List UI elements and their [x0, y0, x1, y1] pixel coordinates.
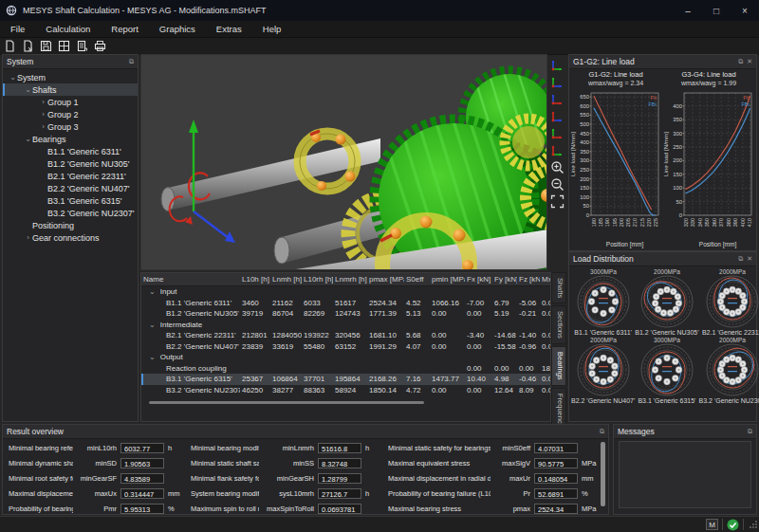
menu-calculation[interactable]: Calculation [35, 22, 101, 36]
maximize-button[interactable]: □ [702, 0, 731, 21]
menu-file[interactable]: File [0, 22, 35, 36]
tree-item-b1-2-generic-nu305[interactable]: B1.2 'Generic NU305' [3, 157, 138, 170]
cell-value: 12.64 [492, 386, 517, 394]
horizontal-scrollbar[interactable] [149, 401, 424, 404]
result-value-field[interactable]: 1.90563 [120, 458, 164, 468]
result-maxspintoroll: Maximum spin to roll ratiomaxSpinToRoll0… [191, 501, 384, 516]
table-row-b1-1-generic-6311[interactable]: B1.1 'Generic 6311'346021162603351617252… [141, 298, 550, 309]
column-header-l10h-h[interactable]: L10h [h] [240, 273, 270, 285]
result-value-field[interactable]: 8.32748 [318, 458, 361, 468]
tree-item-positioning[interactable]: Positioning [3, 219, 138, 231]
result-value-field[interactable]: 0.0693781 [318, 504, 361, 514]
cell-value: 1771.39 [367, 309, 404, 318]
close-panel-icon[interactable]: ✕ [747, 58, 752, 65]
table-row-reaction-coupling[interactable]: Reaction coupling0.000.000.001892.8 [141, 363, 550, 375]
3d-viewport[interactable] [140, 54, 547, 270]
result-value-field[interactable]: 52.6891 [534, 488, 578, 499]
tree-item-gear-connections[interactable]: ›Gear connections [3, 231, 138, 244]
view-xz-button[interactable] [550, 109, 565, 123]
table-group-row-output[interactable]: ⌄Output [141, 352, 550, 363]
view-xy-button[interactable] [550, 126, 565, 140]
menu-help[interactable]: Help [252, 22, 292, 36]
result-value-field[interactable]: 0.314447 [120, 488, 164, 499]
result-value-field[interactable]: 5.95313 [120, 504, 164, 514]
table-group-row-intermediate[interactable]: ⌄Intermediate [141, 320, 550, 331]
result-value-field[interactable]: 0.148054 [534, 473, 578, 484]
tree-item-group-2[interactable]: ›Group 2 [3, 108, 138, 120]
tree-item-bearings[interactable]: ⌄Bearings [3, 133, 138, 145]
close-button[interactable]: × [731, 0, 759, 21]
table-row-b1-2-generic-nu305[interactable]: B1.2 'Generic NU305'39719867048226912474… [141, 308, 550, 320]
3d-shaft-rendering [141, 55, 547, 270]
minimize-button[interactable]: – [674, 0, 702, 21]
cell-value: 1850.14 [367, 386, 404, 394]
messages-toggle-button[interactable]: M [706, 519, 718, 530]
tree-item-b2-1-generic-22311[interactable]: B2.1 'Generic 22311' [3, 170, 138, 182]
tree-item-b2-2-generic-nu407[interactable]: B2.2 'Generic NU407' [3, 182, 138, 194]
zoom-fit-button[interactable] [550, 194, 565, 209]
view-zy-button[interactable] [550, 75, 565, 89]
menu-report[interactable]: Report [101, 22, 149, 36]
resize-grip[interactable] [750, 521, 757, 528]
side-tab-bearings[interactable]: Bearings [551, 346, 566, 386]
open-file-button[interactable] [21, 39, 35, 53]
result-value-field[interactable]: 51616.8 [318, 443, 361, 453]
result-value-field[interactable]: 2524.34 [534, 504, 578, 514]
float-panel-icon[interactable]: ⧉ [129, 58, 134, 65]
zoom-out-button[interactable] [550, 177, 565, 192]
column-header-pmax-mpa[interactable]: pmax [MPa] [367, 273, 404, 285]
vertical-scrollbar[interactable] [601, 442, 605, 506]
column-header-fy-kn[interactable]: Fy [kN] [492, 273, 517, 285]
result-value-field[interactable]: 27126.7 [318, 488, 361, 499]
column-header-mx-n[interactable]: Mx [N [540, 273, 551, 285]
result-value-field[interactable]: 1.28799 [318, 473, 361, 484]
result-value-field[interactable]: 4.83589 [120, 473, 164, 484]
column-header-s0eff[interactable]: S0eff [404, 273, 430, 285]
tree-item-group-1[interactable]: ›Group 1 [3, 96, 138, 108]
table-group-row-input[interactable]: ⌄Input [141, 286, 550, 298]
result-unit: mm [164, 489, 187, 498]
print-button[interactable] [93, 39, 107, 53]
report-button[interactable] [75, 39, 89, 53]
result-value-field[interactable]: 4.07031 [534, 443, 578, 453]
tree-item-b3-1-generic-6315[interactable]: B3.1 'Generic 6315' [3, 194, 138, 207]
tree-item-group-3[interactable]: ›Group 3 [3, 120, 138, 133]
result-symbol: minGearSH [259, 474, 318, 483]
save-file-button[interactable] [39, 39, 53, 53]
side-tab-sections[interactable]: Sections [551, 305, 566, 344]
column-header-lnmh-h[interactable]: Lnmh [h] [270, 273, 302, 285]
view-zx-button[interactable] [550, 92, 565, 106]
column-header-lnmrh-h[interactable]: Lnmrh [h] [333, 273, 367, 285]
column-header-fx-kn[interactable]: Fx [kN] [465, 273, 492, 285]
column-header-fz-kn[interactable]: Fz [kN] [517, 273, 540, 285]
float-panel-icon[interactable]: ⧉ [600, 428, 604, 435]
table-row-b2-2-generic-nu407[interactable]: B2.2 'Generic NU407'23839336195548063152… [141, 341, 550, 353]
result-value-field[interactable]: 90.5775 [534, 458, 578, 468]
view-yz-button[interactable] [550, 58, 565, 72]
float-panel-icon[interactable]: ⧉ [738, 255, 743, 263]
menu-graphics[interactable]: Graphics [149, 22, 206, 36]
float-panel-icon[interactable]: ⧉ [738, 58, 743, 65]
table-row-b2-1-generic-22311[interactable]: B2.1 'Generic 22311'21280112840501939223… [141, 330, 550, 341]
tree-item-b3-2-generic-nu2307[interactable]: B3.2 'Generic NU2307' [3, 207, 138, 219]
table-row-b3-2-generic-nu2307[interactable]: B3.2 'Generic NU2307'4625038277883635892… [141, 385, 550, 396]
tree-item-b1-1-generic-6311[interactable]: B1.1 'Generic 6311' [3, 145, 138, 157]
column-header-l10rh-h[interactable]: L10rh [h] [302, 273, 333, 285]
cell-value: -5.06 [517, 299, 540, 307]
column-header-pmin-mpa[interactable]: pmin [MPa] [430, 273, 465, 285]
table-row-b3-1-generic-6315[interactable]: B3.1 'Generic 6315'253671068643770119586… [141, 374, 550, 385]
new-window-button[interactable] [57, 39, 71, 53]
cell-value: 0.00 [540, 342, 551, 351]
column-header-name[interactable]: Name [141, 273, 240, 285]
close-panel-icon[interactable]: ✕ [747, 255, 752, 263]
tree-item-system[interactable]: ⌄System [3, 71, 138, 83]
tree-item-shafts[interactable]: ⌄Shafts [3, 83, 138, 96]
zoom-in-button[interactable] [550, 160, 565, 174]
result-value-field[interactable]: 6032.77 [120, 443, 164, 453]
menu-extras[interactable]: Extras [206, 22, 252, 36]
float-panel-icon[interactable]: ⧉ [748, 428, 752, 435]
new-file-button[interactable] [3, 39, 17, 53]
group-name: Output [158, 353, 239, 361]
view-yx-button[interactable] [550, 143, 565, 157]
side-tab-shafts[interactable]: Shafts [551, 272, 566, 303]
